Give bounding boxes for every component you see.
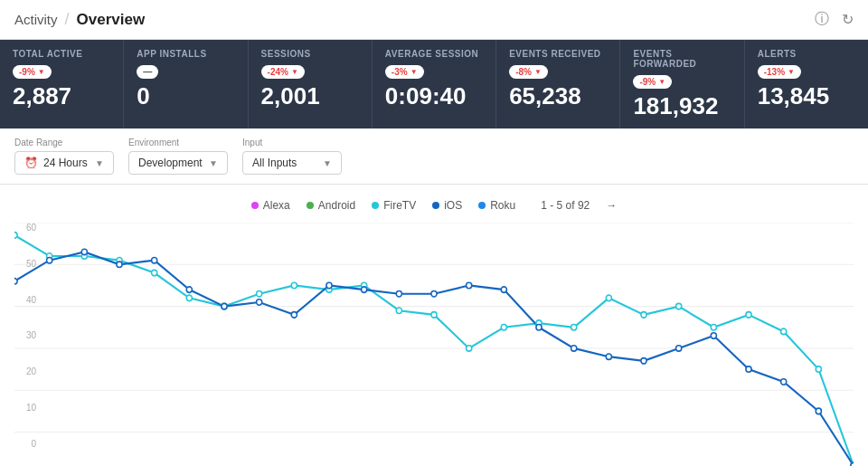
stat-label: TOTAL ACTIVE bbox=[13, 49, 110, 59]
date-range-select[interactable]: ⏰ 24 Hours ▼ bbox=[14, 151, 114, 175]
stat-total-active: TOTAL ACTIVE -9% ▼ 2,887 bbox=[0, 40, 124, 128]
chart-area: AlexaAndroidFireTViOSRoku1 - 5 of 92→ 60… bbox=[0, 185, 868, 466]
chart-container: 6050403020100 101112 AM123456789101112 P… bbox=[14, 223, 854, 466]
chart-legend: AlexaAndroidFireTViOSRoku1 - 5 of 92→ bbox=[14, 199, 854, 212]
arrow-down-icon: ▼ bbox=[410, 68, 418, 76]
svg-point-50 bbox=[641, 358, 646, 364]
svg-point-38 bbox=[222, 303, 227, 309]
svg-point-41 bbox=[326, 282, 332, 288]
svg-point-21 bbox=[501, 325, 506, 330]
header-right: ⓘ ↻ bbox=[815, 10, 854, 29]
stat-badge: -13% ▼ bbox=[758, 65, 801, 79]
environment-select[interactable]: Development ▼ bbox=[128, 151, 228, 175]
stat-label: SESSIONS bbox=[261, 49, 359, 59]
filter-bar: Date Range ⏰ 24 Hours ▼ Environment Deve… bbox=[0, 128, 868, 185]
stat-badge: -9% ▼ bbox=[13, 65, 52, 79]
legend-count: 1 - 5 of 92 bbox=[541, 199, 590, 212]
stat-label: APP INSTALLS bbox=[137, 49, 234, 59]
header-left: Activity / Overview bbox=[14, 10, 145, 29]
svg-point-37 bbox=[186, 287, 192, 292]
svg-point-40 bbox=[291, 312, 297, 318]
legend-item-firetv: FireTV bbox=[372, 199, 416, 212]
stat-badge: -3% ▼ bbox=[385, 65, 424, 79]
date-range-label: Date Range bbox=[14, 138, 114, 147]
stat-events-received: EVENTS RECEIVED -8% ▼ 65,238 bbox=[496, 40, 620, 128]
line-chart bbox=[14, 223, 854, 466]
legend-label: Android bbox=[318, 199, 355, 212]
stat-events-forwarded: EVENTS FORWARDED -9% ▼ 181,932 bbox=[620, 40, 744, 128]
legend-item-ios: iOS bbox=[432, 199, 462, 212]
svg-point-55 bbox=[816, 408, 821, 414]
stat-label: EVENTS FORWARDED bbox=[633, 49, 731, 69]
svg-point-20 bbox=[467, 346, 472, 351]
stat-value: 2,001 bbox=[261, 84, 359, 108]
input-select[interactable]: All Inputs ▼ bbox=[242, 151, 342, 175]
svg-point-11 bbox=[152, 270, 157, 275]
legend-dot bbox=[478, 202, 486, 209]
chevron-down-icon: ▼ bbox=[209, 158, 218, 168]
svg-point-15 bbox=[291, 282, 297, 288]
svg-point-44 bbox=[431, 290, 437, 296]
stat-value: 65,238 bbox=[509, 84, 607, 108]
stat-app-installs: APP INSTALLS — 0 bbox=[124, 40, 248, 128]
stat-value: 13,845 bbox=[758, 84, 855, 108]
legend-dot bbox=[251, 202, 259, 209]
svg-point-12 bbox=[186, 295, 192, 300]
svg-point-47 bbox=[536, 325, 542, 330]
environment-filter: Environment Development ▼ bbox=[128, 138, 228, 175]
y-axis-label: 20 bbox=[26, 366, 36, 376]
chevron-down-icon: ▼ bbox=[95, 158, 104, 168]
stat-average-session: AVERAGE SESSION -3% ▼ 0:09:40 bbox=[373, 40, 496, 128]
arrow-down-icon: ▼ bbox=[788, 68, 795, 76]
stat-alerts: ALERTS -13% ▼ 13,845 bbox=[745, 40, 868, 128]
breadcrumb-separator: / bbox=[65, 10, 70, 29]
help-icon[interactable]: ⓘ bbox=[815, 10, 829, 29]
arrow-down-icon: ▼ bbox=[291, 68, 298, 76]
legend-item-roku: Roku bbox=[478, 199, 515, 212]
svg-point-48 bbox=[571, 346, 577, 351]
date-range-value: 24 Hours bbox=[43, 157, 88, 169]
input-value: All Inputs bbox=[252, 157, 297, 169]
svg-point-33 bbox=[47, 257, 52, 262]
environment-value: Development bbox=[138, 157, 203, 169]
chevron-down-icon: ▼ bbox=[323, 158, 332, 168]
stat-badge: -8% ▼ bbox=[509, 65, 548, 79]
svg-point-45 bbox=[467, 282, 472, 288]
refresh-icon[interactable]: ↻ bbox=[842, 11, 854, 28]
svg-point-30 bbox=[816, 366, 821, 372]
legend-next-arrow[interactable]: → bbox=[606, 199, 617, 212]
stat-value: 0:09:40 bbox=[385, 84, 483, 108]
legend-item-alexa: Alexa bbox=[251, 199, 290, 212]
legend-item-android: Android bbox=[307, 199, 355, 212]
input-label: Input bbox=[242, 138, 342, 147]
svg-point-39 bbox=[257, 300, 262, 305]
y-axis-label: 50 bbox=[26, 259, 36, 269]
y-axis: 6050403020100 bbox=[14, 223, 40, 449]
arrow-down-icon: ▼ bbox=[534, 68, 542, 76]
overview-label: Overview bbox=[77, 11, 146, 29]
svg-point-24 bbox=[606, 295, 611, 300]
clock-icon: ⏰ bbox=[24, 157, 38, 169]
date-range-filter: Date Range ⏰ 24 Hours ▼ bbox=[14, 138, 114, 175]
svg-point-19 bbox=[431, 312, 437, 318]
legend-label: iOS bbox=[444, 199, 462, 212]
header: Activity / Overview ⓘ ↻ bbox=[0, 0, 868, 40]
svg-point-18 bbox=[396, 308, 401, 313]
stat-badge: — bbox=[137, 65, 158, 79]
svg-point-36 bbox=[152, 257, 157, 262]
arrow-down-icon: ▼ bbox=[38, 68, 45, 76]
svg-point-27 bbox=[711, 325, 716, 330]
stat-label: EVENTS RECEIVED bbox=[509, 49, 607, 59]
svg-point-25 bbox=[641, 312, 646, 318]
legend-dot bbox=[432, 202, 439, 209]
stat-badge: -9% ▼ bbox=[633, 75, 672, 89]
activity-label: Activity bbox=[14, 12, 58, 27]
legend-dot bbox=[372, 202, 379, 209]
legend-label: Roku bbox=[490, 199, 515, 212]
y-axis-label: 0 bbox=[31, 439, 36, 449]
svg-point-34 bbox=[81, 249, 87, 254]
svg-point-23 bbox=[571, 325, 577, 330]
stat-label: AVERAGE SESSION bbox=[385, 49, 483, 59]
svg-point-53 bbox=[746, 366, 751, 372]
y-axis-label: 40 bbox=[26, 295, 36, 305]
